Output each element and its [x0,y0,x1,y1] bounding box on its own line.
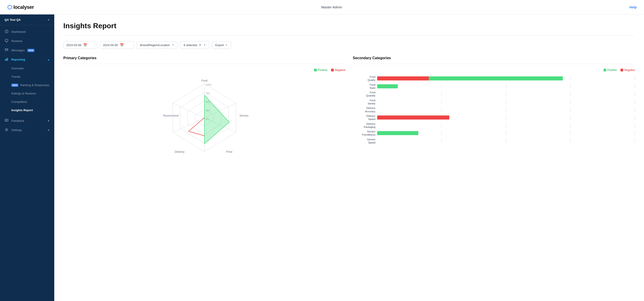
negative-dot [331,69,334,71]
svg-point-5 [6,129,7,130]
secondary-chart-section: Secondary Categories Positive Negative F… [353,56,635,158]
title-divider [63,35,635,36]
reviews-icon [4,39,8,43]
bar-label: FoodVariety [355,99,375,105]
reporting-subnav: Overview Trends NEW Ranking & Responses … [0,64,54,114]
bar-label: DeliverySpeed [355,114,375,121]
svg-text:Delivery: Delivery [174,150,184,153]
svg-text:Recommend: Recommend [163,114,179,117]
bar-row: ServiceFriendliness [355,130,635,136]
bar-negative [377,115,449,120]
bar-negative [377,76,429,80]
layout: QA Test QA ▼ Dashboard [0,14,644,301]
radar-chart: Food Service Price Delivery Recommend [63,77,346,158]
secondary-positive-label: Positive [607,68,617,72]
bar-label: ServiceFriendliness [355,130,375,136]
export-label: Export [215,43,224,47]
bar-label: FoodTaste [355,83,375,90]
date-to-value: 2024-04-05 [103,43,118,47]
sidebar-item-reviews[interactable]: Reviews [0,36,54,46]
primary-legend: Positive Negative [314,68,346,72]
location-chevron-icon: ▼ [172,44,174,46]
calendar-icon-2: 📅 [120,43,124,47]
messages-icon [4,48,8,52]
bar-row: DeliveryPackaging [355,122,635,129]
svg-rect-3 [7,58,8,61]
sidebar-item-reviews-label: Reviews [11,39,22,43]
reporting-icon [4,57,8,62]
positive-dot [314,69,317,71]
bar-chart: FoodQualityFoodTasteFoodQuantityFoodVari… [353,75,635,144]
sidebar-item-settings-label: Settings [11,128,22,132]
bar-row: ServiceSpeed [355,138,635,144]
sidebar-item-dashboard[interactable]: Dashboard [0,27,54,36]
svg-text:75%: 75% [206,92,210,95]
topbar: ⬡ localyser Master Admin Help [0,0,644,14]
sidebar-item-ratings-label: Ratings & Reviews [11,92,36,95]
date-from-value: 2024-03-06 [66,43,82,47]
sidebar-item-overview-label: Overview [11,67,24,70]
help-link[interactable]: Help [629,5,637,9]
bar-track [377,100,635,104]
primary-chart-divider [63,64,346,64]
bar-row: DeliverySpeed [355,114,635,121]
bar-row: DeliveryAccuracy [355,106,635,113]
sidebar-item-insights[interactable]: Insights Report [0,106,54,114]
svg-rect-1 [5,59,6,61]
feedback-chevron-icon: ▼ [47,120,50,122]
primary-chart-title: Primary Categories [63,56,346,60]
svg-text:100%: 100% [206,84,212,86]
filter-bar: 2024-03-06 📅 2024-04-05 📅 Brand/Region/L… [63,41,635,49]
svg-rect-4 [5,119,8,121]
bar-row: FoodVariety [355,99,635,105]
positive-legend: Positive [314,68,328,72]
feedback-icon [4,119,8,123]
logo: ⬡ localyser [7,4,34,10]
radar-svg: Food Service Price Delivery Recommend [63,77,346,158]
selected-count-filter[interactable]: 6 selected ✕ ▼ [180,41,209,49]
sidebar-item-trends-label: Trends [11,75,20,78]
bar-label: FoodQuantity [355,91,375,97]
svg-text:Price: Price [226,150,232,153]
sidebar-item-messages-label: Messages [11,49,25,52]
bar-track [377,131,635,135]
bar-track [377,123,635,127]
reporting-chevron-icon: ▲ [47,58,50,61]
sidebar-item-ratings[interactable]: Ratings & Reviews [0,89,54,98]
positive-label: Positive [318,68,328,72]
sidebar-item-settings[interactable]: Settings ▼ [0,125,54,135]
sidebar-item-competitors-label: Competitors [11,100,27,103]
charts-grid: Primary Categories Positive Negative [63,56,635,158]
sidebar-item-reporting[interactable]: Reporting ▲ [0,55,54,64]
sidebar-item-trends[interactable]: Trends [0,72,54,81]
date-from-picker[interactable]: 2024-03-06 📅 [63,41,97,49]
bar-positive [377,84,398,88]
bar-track [377,84,635,88]
negative-label: Negative [335,68,346,72]
sidebar-item-reporting-label: Reporting [11,58,25,61]
date-to-picker[interactable]: 2024-04-05 📅 [100,41,134,49]
sidebar-item-insights-label: Insights Report [11,108,33,112]
sidebar-item-overview[interactable]: Overview [0,64,54,72]
export-button[interactable]: Export ▼ [212,41,231,49]
bar-track [377,139,635,143]
bar-row: FoodTaste [355,83,635,90]
secondary-negative-dot [620,69,623,71]
location-filter[interactable]: Brand/Region/Location ▼ [136,41,178,49]
bar-track [377,115,635,120]
export-chevron-icon: ▼ [225,44,228,46]
sidebar-item-feedback[interactable]: Feedback ▼ [0,116,54,125]
org-selector[interactable]: QA Test QA ▼ [0,14,54,25]
secondary-chart-divider [353,64,635,64]
org-name: QA Test QA [4,18,21,21]
location-label: Brand/Region/Location [140,43,170,47]
bar-positive [377,131,418,135]
sidebar-item-feedback-label: Feedback [11,119,24,122]
bar-track [377,76,635,80]
bar-label: FoodQuality [355,75,375,82]
svg-rect-2 [6,58,7,61]
sidebar-item-ranking[interactable]: NEW Ranking & Responses [0,81,54,89]
clear-selection-icon[interactable]: ✕ [199,43,202,47]
sidebar-item-messages[interactable]: Messages NEW [0,46,54,55]
sidebar-item-competitors[interactable]: Competitors [0,98,54,106]
